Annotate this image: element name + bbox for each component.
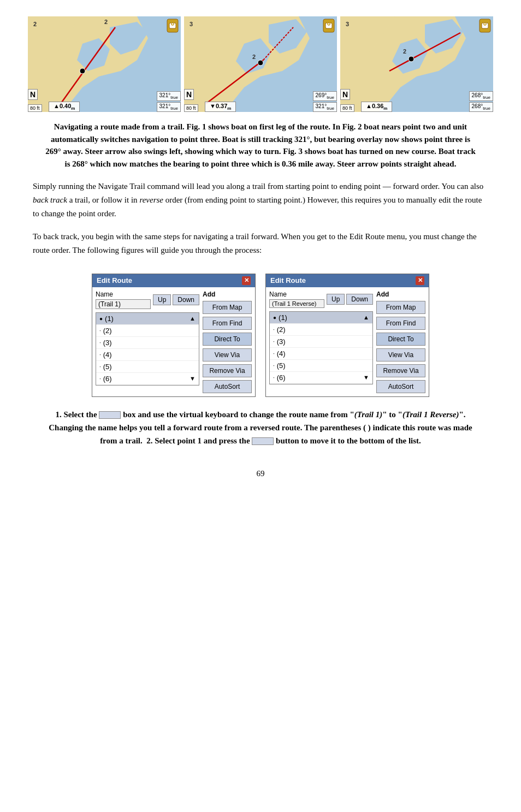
dialog-1-list-item-5[interactable]: · (5): [96, 361, 199, 373]
dialog-2-list-item-6[interactable]: · (6) ▼: [270, 372, 372, 384]
dialog-2-remove-via-button[interactable]: Remove Via: [376, 364, 425, 377]
svg-rect-38: [482, 23, 488, 28]
svg-text:2: 2: [33, 21, 37, 27]
dialog-2-from-find-button[interactable]: From Find: [376, 317, 425, 330]
edit-route-dialog-1: Edit Route ✕ Name (Trail 1) Up Down: [92, 274, 256, 397]
dialog-1-list: ● (1) ▲ · (2) · (3) · (4): [96, 312, 199, 386]
dialog-2-list-item-2[interactable]: · (2): [270, 324, 372, 336]
dialog-2-left: Name (Trail 1 Reverse) Up Down ● (1) ▲: [269, 291, 373, 393]
body-paragraph-1: Simply running the Navigate Trail comman…: [33, 180, 488, 220]
dialog-1-view-via-button[interactable]: View Via: [203, 348, 252, 361]
map-figure-3: 2 3 268°true 268°true ▲0.36m 80 ft N: [340, 16, 493, 112]
svg-point-21: [258, 60, 263, 66]
svg-text:3: 3: [346, 21, 349, 27]
dialog-2-name-value[interactable]: (Trail 1 Reverse): [269, 299, 324, 308]
dialog-1-name-label: Name: [96, 291, 151, 298]
body-paragraph-2: To back track, you begin with the same s…: [33, 230, 488, 257]
dialog-2-titlebar: Edit Route ✕: [266, 274, 429, 287]
bottom-caption: 1. Select the box and use the virtual ke…: [33, 408, 488, 447]
dialog-1-body: Name (Trail 1) Up Down ● (1) ▲: [92, 287, 255, 396]
dialog-1-titlebar: Edit Route ✕: [92, 274, 255, 287]
svg-text:2: 2: [252, 54, 256, 60]
dialog-1-direct-to-button[interactable]: Direct To: [203, 333, 252, 346]
edit-route-dialogs-row: Edit Route ✕ Name (Trail 1) Up Down: [33, 274, 488, 397]
dialog-2-list-item-1[interactable]: ● (1) ▲: [270, 312, 372, 324]
dialog-2-name-row: Name (Trail 1 Reverse) Up Down: [269, 291, 373, 308]
dialog-1-name-value[interactable]: (Trail 1): [96, 299, 151, 309]
dialog-2-up-button[interactable]: Up: [327, 294, 345, 305]
svg-text:3: 3: [190, 21, 193, 27]
svg-rect-11: [169, 23, 176, 28]
dialog-1-autosort-button[interactable]: AutoSort: [203, 380, 252, 393]
dialog-1-name-label-col: Name (Trail 1): [96, 291, 151, 309]
dialog-2-name-label: Name: [269, 291, 324, 298]
dialog-2-list-item-3[interactable]: · (3): [270, 336, 372, 348]
dialog-1-left: Name (Trail 1) Up Down ● (1) ▲: [96, 291, 199, 393]
dialog-1-list-item-6[interactable]: · (6) ▼: [96, 373, 199, 385]
svg-point-7: [80, 68, 85, 74]
svg-rect-25: [325, 23, 332, 28]
dialog-2-add-label: Add: [376, 291, 425, 298]
dialog-2-list-item-4[interactable]: · (4): [270, 348, 372, 360]
page-number: 69: [33, 469, 488, 478]
dialog-1-list-item-3[interactable]: · (3): [96, 337, 199, 349]
dialog-2-from-map-button[interactable]: From Map: [376, 301, 425, 314]
map-caption: Navigating a route made from a trail. Fi…: [33, 121, 488, 170]
dialog-2-list-item-5[interactable]: · (5): [270, 360, 372, 372]
dialog-1-name-row: Name (Trail 1) Up Down: [96, 291, 199, 309]
map-figures-row: 2 2 321°true 321°true ▲0.40m 80 ft N: [33, 16, 488, 112]
dialog-1-from-find-button[interactable]: From Find: [203, 317, 252, 330]
dialog-2-view-via-button[interactable]: View Via: [376, 348, 425, 361]
dialog-2-title: Edit Route: [270, 276, 306, 285]
dialog-1-list-item-4[interactable]: · (4): [96, 349, 199, 361]
dialog-1-right-buttons: Add From Map From Find Direct To View Vi…: [203, 291, 252, 393]
edit-route-dialog-2: Edit Route ✕ Name (Trail 1 Reverse) Up D…: [265, 274, 429, 397]
dialog-1-title: Edit Route: [97, 276, 132, 285]
svg-text:2: 2: [403, 48, 406, 55]
dialog-2-name-label-col: Name (Trail 1 Reverse): [269, 291, 324, 308]
dialog-2-right-buttons: Add From Map From Find Direct To View Vi…: [376, 291, 425, 393]
dialog-1-down-button[interactable]: Down: [173, 294, 199, 305]
dialog-2-updown-buttons: Up Down: [327, 294, 373, 305]
svg-text:2: 2: [104, 19, 108, 25]
dialog-2-list: ● (1) ▲ · (2) · (3) · (4): [269, 311, 373, 384]
dialog-2-autosort-button[interactable]: AutoSort: [376, 380, 425, 393]
dialog-1-from-map-button[interactable]: From Map: [203, 301, 252, 314]
dialog-1-list-item-2[interactable]: · (2): [96, 325, 199, 337]
name-box-placeholder: [99, 411, 121, 419]
dialog-1-updown-buttons: Up Down: [153, 294, 199, 305]
dialog-2-down-button[interactable]: Down: [346, 294, 373, 305]
down-button-placeholder: [252, 437, 274, 445]
dialog-1-add-label: Add: [203, 291, 252, 298]
dialog-2-direct-to-button[interactable]: Direct To: [376, 333, 425, 346]
dialog-1-remove-via-button[interactable]: Remove Via: [203, 364, 252, 377]
dialog-2-body: Name (Trail 1 Reverse) Up Down ● (1) ▲: [266, 287, 429, 396]
map-figure-1: 2 2 321°true 321°true ▲0.40m 80 ft N: [28, 16, 181, 112]
map-figure-2: 2 3 269°true 321°true ▼0.37m 80 ft N: [184, 16, 337, 112]
dialog-1-list-item-1[interactable]: ● (1) ▲: [96, 313, 199, 325]
dialog-2-close-button[interactable]: ✕: [416, 276, 424, 285]
dialog-1-up-button[interactable]: Up: [153, 294, 171, 305]
dialog-1-close-button[interactable]: ✕: [242, 276, 251, 285]
svg-point-34: [408, 56, 414, 62]
